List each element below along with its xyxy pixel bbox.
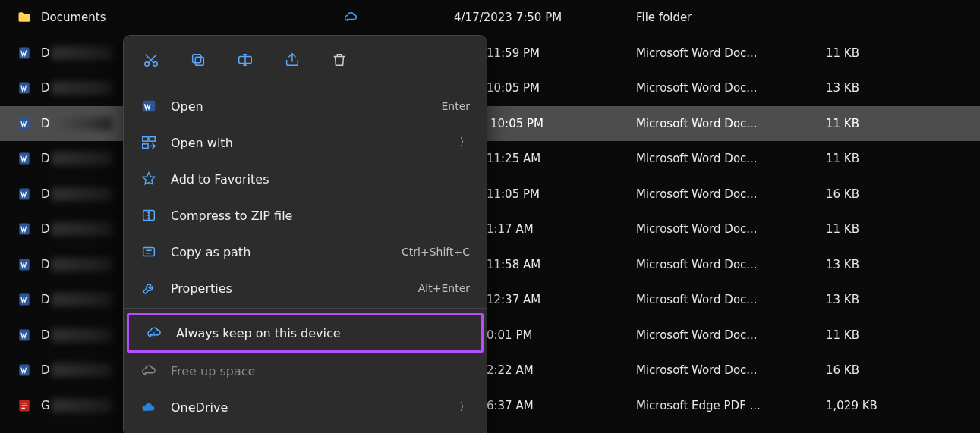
- redacted-text: [52, 81, 112, 95]
- file-size: 13 KB: [826, 293, 902, 306]
- menu-label: Open with: [171, 136, 446, 150]
- menu-label: Compress to ZIP file: [171, 209, 470, 223]
- word-icon: [17, 187, 32, 202]
- menu-accelerator: Ctrl+Shift+C: [402, 246, 470, 258]
- cloud-status-icon: [343, 10, 358, 25]
- cloud-icon: [140, 362, 157, 379]
- menu-accelerator: Enter: [441, 100, 470, 112]
- menu-label: Free up space: [171, 364, 470, 378]
- redacted-text: [52, 187, 112, 201]
- file-name: D: [41, 293, 50, 306]
- file-type: Microsoft Word Doc...: [636, 187, 826, 201]
- redacted-text: [52, 399, 112, 413]
- star-icon: [140, 171, 157, 187]
- wrench-icon: [140, 280, 157, 297]
- redacted-text: [52, 152, 112, 165]
- file-name: D: [41, 222, 50, 236]
- context-menu: Open Enter Open with 〉 Add to Favorites …: [123, 35, 487, 433]
- redacted-text: [52, 117, 112, 130]
- word-icon: [17, 328, 32, 343]
- separator: [124, 308, 487, 309]
- file-size: 11 KB: [826, 117, 902, 130]
- redacted-text: [52, 258, 112, 271]
- zip-icon: [140, 207, 157, 224]
- redacted-text: [52, 328, 112, 342]
- svg-rect-14: [193, 55, 201, 63]
- file-type: File folder: [636, 11, 826, 24]
- file-type: Microsoft Word Doc...: [636, 46, 826, 60]
- cloud-download-icon: [146, 325, 162, 341]
- file-type: Microsoft Word Doc...: [636, 328, 826, 342]
- word-icon: [17, 221, 32, 237]
- file-name: D: [41, 363, 50, 377]
- file-name: D: [41, 46, 50, 60]
- separator: [124, 83, 487, 83]
- file-size: 11 KB: [826, 222, 902, 236]
- file-date: 4/17/2023 7:50 PM: [454, 11, 636, 24]
- copy-icon[interactable]: [187, 49, 209, 71]
- cut-icon[interactable]: [140, 49, 162, 71]
- svg-point-11: [145, 62, 150, 67]
- menu-accelerator: Alt+Enter: [418, 282, 470, 294]
- chevron-right-icon: 〉: [459, 400, 470, 414]
- pdf-icon: [17, 398, 32, 413]
- context-toolbar: [124, 42, 487, 81]
- word-icon: [17, 80, 32, 96]
- svg-point-12: [153, 62, 158, 67]
- redacted-text: [52, 363, 112, 377]
- file-size: 11 KB: [826, 152, 902, 165]
- menu-onedrive[interactable]: OneDrive 〉: [124, 389, 487, 425]
- file-type: Microsoft Word Doc...: [636, 117, 826, 130]
- onedrive-icon: [140, 399, 157, 416]
- svg-rect-17: [143, 137, 148, 142]
- file-size: 16 KB: [826, 187, 902, 201]
- menu-always-keep[interactable]: Always keep on this device: [129, 315, 481, 350]
- menu-label: Always keep on this device: [176, 326, 465, 340]
- file-row[interactable]: Documents4/17/2023 7:50 PMFile folder: [0, 0, 980, 36]
- share-icon[interactable]: [282, 49, 303, 71]
- menu-label: Add to Favorites: [171, 172, 470, 187]
- menu-label: OneDrive: [171, 400, 446, 415]
- svg-rect-19: [143, 144, 148, 149]
- copy-path-icon: [140, 243, 157, 260]
- file-size: 1,029 KB: [826, 399, 902, 413]
- word-icon: [17, 292, 32, 307]
- folder-icon: [17, 10, 32, 25]
- menu-free-up-space: Free up space: [124, 353, 487, 389]
- chevron-right-icon: 〉: [459, 136, 470, 149]
- word-icon: [17, 45, 32, 61]
- menu-add-favorites[interactable]: Add to Favorites: [124, 161, 487, 197]
- delete-icon[interactable]: [329, 49, 350, 71]
- file-name: D: [41, 117, 50, 130]
- svg-rect-13: [195, 57, 203, 65]
- file-name: Documents: [41, 11, 106, 24]
- file-size: 11 KB: [826, 46, 902, 60]
- menu-label: Open: [171, 99, 427, 114]
- menu-compress-zip[interactable]: Compress to ZIP file: [124, 197, 487, 234]
- file-type: Microsoft Word Doc...: [636, 293, 826, 306]
- word-icon: [140, 98, 157, 115]
- menu-label: Copy as path: [171, 245, 388, 259]
- file-name: D: [41, 187, 50, 201]
- menu-label: Properties: [171, 281, 405, 296]
- file-size: 11 KB: [826, 328, 902, 342]
- file-type: Microsoft Word Doc...: [636, 222, 826, 236]
- file-type: Microsoft Word Doc...: [636, 152, 826, 165]
- menu-open[interactable]: Open Enter: [124, 88, 487, 124]
- file-name: D: [41, 81, 50, 95]
- menu-properties[interactable]: Properties Alt+Enter: [124, 270, 487, 306]
- word-icon: [17, 257, 32, 272]
- file-type: Microsoft Word Doc...: [636, 258, 826, 271]
- file-name: D: [41, 152, 50, 165]
- menu-copy-path[interactable]: Copy as path Ctrl+Shift+C: [124, 234, 487, 270]
- highlighted-menu-item: Always keep on this device: [127, 313, 484, 353]
- menu-open-with[interactable]: Open with 〉: [124, 124, 487, 161]
- svg-rect-21: [143, 248, 155, 256]
- file-name: D: [41, 258, 50, 271]
- redacted-text: [52, 46, 112, 60]
- rename-icon[interactable]: [235, 49, 256, 71]
- file-size: 13 KB: [826, 81, 902, 95]
- word-icon: [17, 151, 32, 166]
- file-type: Microsoft Edge PDF ...: [636, 399, 826, 413]
- redacted-text: [52, 222, 112, 236]
